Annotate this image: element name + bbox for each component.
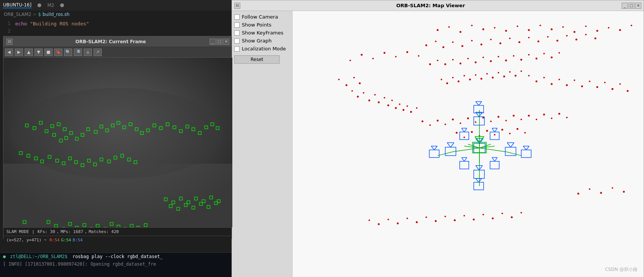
svg-point-263 bbox=[520, 59, 522, 61]
show-graph-checkbox[interactable] bbox=[234, 38, 240, 44]
svg-point-255 bbox=[459, 63, 461, 64]
mappoints-count: MPs: 1687 bbox=[61, 229, 83, 234]
localization-mode-checkbox[interactable] bbox=[234, 46, 240, 52]
map-minimize-btn[interactable]: _ bbox=[622, 3, 628, 9]
svg-point-245 bbox=[486, 130, 488, 132]
show-graph-item[interactable]: Show Graph bbox=[234, 38, 290, 44]
show-points-checkbox[interactable] bbox=[234, 22, 240, 28]
svg-point-201 bbox=[454, 219, 456, 221]
svg-point-227 bbox=[558, 113, 560, 115]
svg-point-140 bbox=[403, 109, 404, 111]
cf-close-btn[interactable]: ✕ bbox=[223, 39, 229, 45]
svg-point-221 bbox=[513, 115, 515, 117]
svg-rect-106 bbox=[293, 11, 643, 277]
svg-point-159 bbox=[446, 82, 448, 84]
svg-point-143 bbox=[416, 107, 417, 109]
svg-point-261 bbox=[505, 59, 507, 61]
terminal-bullet: ● bbox=[3, 254, 6, 259]
svg-point-107 bbox=[437, 29, 439, 31]
current-frame-title: ORB-SLAM2: Current Frame bbox=[12, 39, 209, 44]
map-maximize-btn[interactable]: □ bbox=[628, 3, 635, 9]
tb-stop-btn[interactable]: ■ bbox=[44, 49, 53, 56]
svg-point-258 bbox=[482, 57, 484, 58]
svg-point-202 bbox=[464, 215, 465, 216]
svg-point-109 bbox=[459, 31, 461, 33]
svg-point-122 bbox=[608, 27, 610, 28]
show-points-item[interactable]: Show Points bbox=[234, 22, 290, 28]
tb-search2-btn[interactable]: 🔎 bbox=[74, 49, 82, 56]
svg-point-231 bbox=[372, 58, 374, 59]
svg-point-158 bbox=[441, 79, 442, 80]
svg-point-246 bbox=[494, 134, 495, 135]
localization-mode-item[interactable]: Localization Mode bbox=[234, 46, 290, 52]
cf-minimize-btn[interactable]: _ bbox=[210, 39, 216, 45]
tab-ubuntu[interactable]: UBUNTU-16] bbox=[3, 2, 31, 8]
svg-point-115 bbox=[528, 29, 530, 31]
terminal-info-text: [ INFO] [1710137001.998097420]: Opening … bbox=[3, 261, 156, 267]
svg-point-204 bbox=[482, 214, 484, 215]
slam-visualization bbox=[3, 58, 232, 227]
map-close-btn[interactable]: ✕ bbox=[635, 3, 641, 9]
svg-point-243 bbox=[471, 131, 473, 133]
tab-m2[interactable]: M2 bbox=[47, 3, 54, 8]
svg-point-237 bbox=[589, 188, 590, 190]
svg-point-144 bbox=[528, 75, 530, 77]
svg-point-253 bbox=[444, 63, 446, 65]
svg-point-126 bbox=[345, 84, 347, 86]
tb-search1-btn[interactable]: 🔍 bbox=[64, 49, 72, 56]
tb-down-btn[interactable]: ▼ bbox=[34, 49, 43, 56]
svg-point-181 bbox=[499, 42, 501, 44]
svg-point-134 bbox=[378, 102, 380, 103]
tb-back-btn[interactable]: ◀ bbox=[5, 49, 13, 56]
svg-point-238 bbox=[600, 192, 602, 194]
svg-point-268 bbox=[558, 52, 560, 53]
svg-point-256 bbox=[467, 58, 469, 59]
svg-point-212 bbox=[445, 124, 446, 125]
svg-point-226 bbox=[551, 117, 552, 119]
svg-point-242 bbox=[464, 136, 465, 138]
svg-point-203 bbox=[473, 219, 475, 221]
tb-up-btn[interactable]: ▲ bbox=[25, 49, 33, 56]
svg-point-200 bbox=[445, 216, 446, 217]
coord-r: R:54 bbox=[50, 238, 60, 243]
svg-point-133 bbox=[374, 94, 376, 95]
show-keyframes-item[interactable]: Show KeyFrames bbox=[234, 30, 290, 36]
tb-cursor-btn[interactable]: ↗ bbox=[93, 49, 102, 56]
localization-mode-label: Localization Mode bbox=[242, 46, 286, 52]
svg-point-165 bbox=[481, 78, 482, 80]
tb-bookmark-btn[interactable]: 🔖 bbox=[54, 49, 62, 56]
cf-win-icon: ⊟ bbox=[6, 39, 12, 45]
current-frame-toolbar: ◀ ▶ ▲ ▼ ■ 🔖 🔍 🔎 ⌂ ↗ bbox=[3, 47, 232, 58]
tb-home-btn[interactable]: ⌂ bbox=[84, 49, 92, 56]
svg-point-254 bbox=[452, 59, 454, 61]
svg-point-161 bbox=[457, 80, 459, 82]
svg-point-179 bbox=[481, 44, 482, 45]
svg-point-249 bbox=[516, 128, 518, 130]
breadcrumb-sep: > bbox=[33, 12, 37, 17]
svg-point-184 bbox=[528, 37, 530, 38]
map-canvas[interactable]: CSDN @郑小路 bbox=[292, 11, 644, 277]
svg-point-205 bbox=[492, 218, 494, 219]
follow-camera-item[interactable]: Follow Camera bbox=[234, 14, 290, 20]
svg-point-262 bbox=[513, 55, 515, 56]
svg-point-118 bbox=[562, 26, 564, 28]
svg-point-177 bbox=[461, 45, 463, 47]
svg-point-135 bbox=[384, 97, 385, 99]
tb-forward-btn[interactable]: ▶ bbox=[15, 49, 23, 56]
svg-point-235 bbox=[418, 55, 419, 56]
show-keyframes-checkbox[interactable] bbox=[234, 30, 240, 36]
svg-point-209 bbox=[422, 121, 423, 122]
coord-b: B:54 bbox=[73, 238, 83, 243]
svg-point-149 bbox=[566, 84, 568, 86]
svg-point-174 bbox=[435, 41, 437, 42]
follow-camera-checkbox[interactable] bbox=[234, 14, 240, 20]
svg-point-188 bbox=[566, 35, 568, 36]
cf-maximize-btn[interactable]: □ bbox=[216, 39, 222, 45]
breadcrumb-dollar: $ bbox=[38, 12, 41, 17]
reset-button[interactable]: Reset bbox=[234, 55, 280, 64]
terminal-tabs: UBUNTU-16] M2 bbox=[0, 0, 233, 11]
map-win-icon: ⊟ bbox=[234, 3, 240, 9]
show-keyframes-label: Show KeyFrames bbox=[242, 30, 283, 36]
svg-point-223 bbox=[528, 115, 530, 117]
svg-point-240 bbox=[623, 191, 625, 193]
